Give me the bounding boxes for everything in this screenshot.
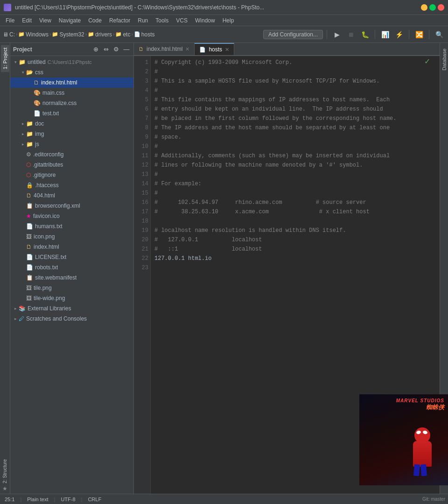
vcs-button[interactable]: 🔀 xyxy=(413,28,425,41)
breadcrumb-c-label: C: xyxy=(9,31,15,38)
tree-index-html[interactable]: 🗋 index.htnl.html xyxy=(10,77,133,88)
editor-wrapper: ✓ 12345 678910 1112131415 1617181920 212… xyxy=(134,56,440,494)
structure-tab[interactable]: 2: Structure xyxy=(2,459,7,483)
breadcrumb-windows[interactable]: 📁 Windows xyxy=(18,31,49,38)
css-arrow[interactable] xyxy=(20,69,26,76)
expand-all-button[interactable]: ⇔ xyxy=(102,45,110,54)
add-configuration-button[interactable]: Add Configuration... xyxy=(263,30,323,39)
git-icon-1: ⬡ xyxy=(26,161,31,168)
webmanifest-icon: 📋 xyxy=(26,274,33,281)
main-area: 1: Project 2: Structure ★ Project ⊕ ⇔ ⚙ … xyxy=(0,43,448,494)
menu-item-view[interactable]: View xyxy=(35,16,55,25)
tab-hosts-close[interactable]: ✕ xyxy=(225,47,229,52)
menu-item-tools[interactable]: Tools xyxy=(152,16,172,25)
doc-folder-icon: 📁 xyxy=(26,120,33,127)
tilepng-label: tile.png xyxy=(34,285,52,291)
toolbar: 🖥 C: › 📁 Windows › 📁 System32 › 📁 driver… xyxy=(0,26,448,43)
hide-panel-button[interactable]: — xyxy=(122,45,131,54)
breadcrumb-etc[interactable]: 📁 etc xyxy=(115,31,130,38)
tree-root[interactable]: 📁 untitled C:\Users\11\Phpstc xyxy=(10,57,133,67)
menu-item-vcs[interactable]: VCS xyxy=(172,16,191,25)
menu-item-navigate[interactable]: Navigate xyxy=(55,16,84,25)
tree-scratches[interactable]: 🖊 Scratches and Consoles xyxy=(10,314,133,324)
status-filetype[interactable]: Plain text xyxy=(25,497,50,502)
debug-button[interactable]: 🐛 xyxy=(359,28,371,41)
tree-main-css[interactable]: 🎨 main.css xyxy=(10,88,133,98)
tree-img-folder[interactable]: 📁 img xyxy=(10,129,133,139)
favorites-icon[interactable]: ★ xyxy=(2,485,8,492)
tree-license[interactable]: 📄 LICENSE.txt xyxy=(10,252,133,262)
tree-test-txt[interactable]: 📄 test.txt xyxy=(10,108,133,119)
breadcrumb-system32[interactable]: 📁 System32 xyxy=(52,31,84,38)
tree-iconpng[interactable]: 🖼 icon.png xyxy=(10,231,133,242)
coverage-button[interactable]: 📊 xyxy=(379,28,391,41)
txt-file-icon-1: 📄 xyxy=(34,110,41,117)
tab-bar: 🗋 index.htnl.html ✕ 📄 hosts ✕ xyxy=(134,43,440,56)
editor-content[interactable]: 12345 678910 1112131415 1617181920 21222… xyxy=(134,56,440,494)
menu-item-file[interactable]: File xyxy=(2,16,18,25)
tab-html-icon: 🗋 xyxy=(139,46,144,52)
toolbar-separator-4 xyxy=(429,30,429,39)
doc-arrow[interactable] xyxy=(20,120,26,127)
database-tab[interactable]: Database xyxy=(441,45,448,74)
tree-tilewidepng[interactable]: 🖼 tile-wide.png xyxy=(10,293,133,303)
minimize-button[interactable]: — xyxy=(421,4,427,11)
menu-item-run[interactable]: Run xyxy=(134,16,152,25)
code-area[interactable]: # Copyright (c) 1993-2009 Microsoft Corp… xyxy=(151,56,440,494)
breadcrumb-sep-4: › xyxy=(113,32,114,37)
tree-humans[interactable]: 📄 humans.txt xyxy=(10,221,133,231)
png-icon-3: 🖼 xyxy=(26,295,32,301)
search-everywhere-button[interactable]: 🔍 xyxy=(433,28,445,41)
menu-item-window[interactable]: Window xyxy=(191,16,219,25)
tab-hosts[interactable]: 📄 hosts ✕ xyxy=(195,43,234,55)
breadcrumb-c[interactable]: 🖥 C: xyxy=(3,31,15,38)
tab-index-html-close[interactable]: ✕ xyxy=(185,47,189,52)
status-linesep[interactable]: CRLF xyxy=(86,497,103,502)
tree-browserconfig[interactable]: 📋 browserconfig.xml xyxy=(10,201,133,211)
tree-doc-folder[interactable]: 📁 doc xyxy=(10,119,133,129)
tree-editorconfig[interactable]: ⚙ .editorconfig xyxy=(10,149,133,160)
maximize-button[interactable]: □ xyxy=(429,4,436,11)
tree-normalize-css[interactable]: 🎨 normalize.css xyxy=(10,98,133,108)
profile-button[interactable]: ⚡ xyxy=(393,28,405,41)
tree-external-libraries[interactable]: 📚 External Libraries xyxy=(10,303,133,314)
tree-js-folder[interactable]: 📁 js xyxy=(10,139,133,149)
img-arrow[interactable] xyxy=(20,131,26,137)
tree-indexhtml[interactable]: 🗋 index.html xyxy=(10,242,133,252)
iconpng-label: icon.png xyxy=(34,233,55,240)
browserconfig-label: browserconfig.xml xyxy=(35,203,80,209)
status-encoding[interactable]: UTF-8 xyxy=(59,497,77,502)
folder-icon-1: 📁 xyxy=(18,31,25,37)
favicon-label: favicon.ico xyxy=(33,213,60,219)
js-arrow[interactable] xyxy=(20,141,26,147)
tree-root-arrow[interactable] xyxy=(12,59,19,65)
menu-item-edit[interactable]: Edit xyxy=(18,16,35,25)
tree-favicon[interactable]: ★ favicon.ico xyxy=(10,211,133,221)
close-button[interactable]: ✕ xyxy=(438,4,444,11)
menu-item-code[interactable]: Code xyxy=(84,16,105,25)
run-button[interactable]: ▶ xyxy=(331,28,343,41)
menu-item-refactor[interactable]: Refactor xyxy=(105,16,134,25)
ext-lib-arrow[interactable] xyxy=(12,305,19,312)
breadcrumb-drivers[interactable]: 📁 drivers xyxy=(88,31,112,38)
settings-button[interactable]: ⚙ xyxy=(112,45,120,54)
new-item-button[interactable]: ⊕ xyxy=(91,45,100,54)
status-git: Git: master xyxy=(422,497,445,502)
tree-gitattributes[interactable]: ⬡ .gitattributes xyxy=(10,160,133,170)
app-icon xyxy=(4,4,11,11)
menu-item-help[interactable]: Help xyxy=(219,16,238,25)
breadcrumb-windows-label: Windows xyxy=(26,31,49,38)
tree-htaccess[interactable]: 🔒 .htaccess xyxy=(10,180,133,190)
tree-gitignore[interactable]: ⬡ .gitignore xyxy=(10,170,133,180)
html-icon-3: 🗋 xyxy=(26,244,32,250)
stop-button[interactable]: ⏹ xyxy=(345,28,357,41)
tree-webmanifest[interactable]: 📋 site.webmanifest xyxy=(10,273,133,283)
scratches-arrow[interactable] xyxy=(12,315,19,322)
tree-tilepng[interactable]: 🖼 tile.png xyxy=(10,283,133,293)
tab-index-html[interactable]: 🗋 index.htnl.html ✕ xyxy=(134,43,195,55)
breadcrumb-hosts[interactable]: 📄 hosts xyxy=(134,31,155,38)
tree-404html[interactable]: 🗋 404.html xyxy=(10,190,133,201)
project-tab[interactable]: 1: Project xyxy=(1,45,9,72)
tree-css-folder[interactable]: 📂 css xyxy=(10,67,133,77)
tree-robots[interactable]: 📄 robots.txt xyxy=(10,262,133,273)
